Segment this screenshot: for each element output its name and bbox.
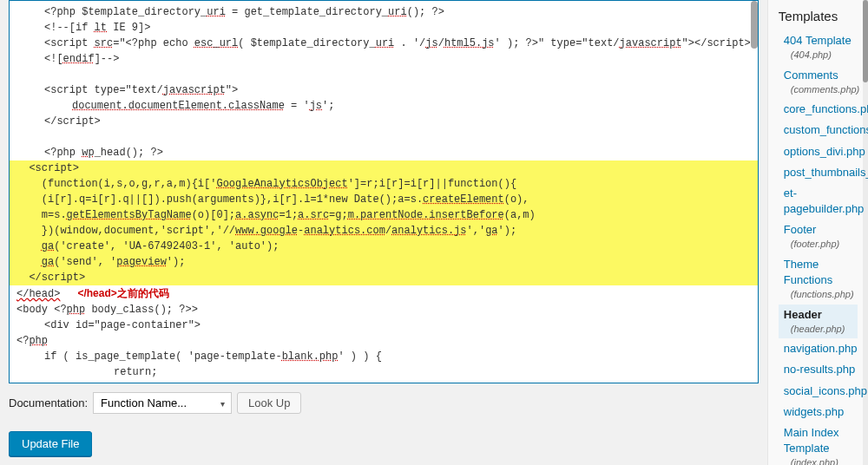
template-item[interactable]: Header(header.php)	[779, 305, 858, 339]
code-line: <div id="page-container">	[10, 318, 758, 333]
template-name: custom_functions.php	[784, 123, 868, 136]
editor-scrollbar-thumb[interactable]	[751, 1, 758, 49]
code-hl: ga('send', 'pageview');	[10, 254, 758, 270]
template-filename: (header.php)	[791, 323, 858, 336]
template-name: navigation.php	[784, 342, 858, 355]
code-line: </head></head>之前的代码	[10, 285, 758, 302]
code-line: <script src="<?php echo esc_url( $templa…	[10, 36, 758, 51]
code-hl: })(window,document,'script','//www.googl…	[10, 223, 758, 239]
code-editor[interactable]: <?php $template_directory_uri = get_temp…	[9, 0, 759, 383]
template-item[interactable]: post_thumbnails_divi.php	[779, 162, 858, 183]
template-item[interactable]: widgets.php	[779, 402, 858, 422]
template-list: 404 Template(404.php)Comments(comments.p…	[779, 30, 858, 465]
code-hl: </script>	[10, 270, 758, 285]
template-item[interactable]: options_divi.php	[779, 141, 858, 162]
function-select[interactable]: Function Name...	[93, 392, 232, 414]
main-panel: <?php $template_directory_uri = get_temp…	[0, 0, 767, 465]
code-hl: <script>	[10, 160, 758, 176]
template-name: Main Index Template	[784, 426, 839, 455]
code-line: <script type="text/javascript">	[10, 82, 758, 98]
sidebar-title: Templates	[779, 9, 858, 23]
annotation-text: </head>之前的代码	[77, 287, 168, 299]
template-item[interactable]: custom_functions.php	[779, 120, 858, 141]
code-hl: (i[r].q=i[r].q||[]).push(arguments)},i[r…	[10, 192, 758, 207]
code-line: }	[10, 380, 758, 383]
bottom-controls: Documentation: Function Name... Look Up	[9, 383, 759, 419]
code-line: if ( is_page_template( 'page-template-bl…	[10, 349, 758, 364]
template-filename: (index.php)	[791, 456, 858, 465]
template-name: social_icons.php	[784, 384, 867, 397]
template-name: Theme Functions	[784, 258, 832, 286]
doc-label: Documentation:	[9, 396, 88, 409]
template-item[interactable]: core_functions.php	[779, 99, 858, 120]
code-line: <![endif]-->	[10, 51, 758, 67]
template-item[interactable]: 404 Template(404.php)	[779, 30, 858, 65]
code-line: <!--[if lt IE 9]>	[10, 20, 758, 36]
code-line: document.documentElement.className = 'js…	[10, 98, 758, 114]
code-line: <?php $template_directory_uri = get_temp…	[10, 4, 758, 20]
code-line: </script>	[10, 114, 758, 129]
template-item[interactable]: Main Index Template(index.php)	[779, 422, 858, 465]
template-item[interactable]: Comments(comments.php)	[779, 65, 858, 100]
sidebar-scrollbar[interactable]	[863, 0, 868, 465]
sidebar-scrollbar-thumb[interactable]	[863, 0, 868, 82]
template-name: Header	[784, 308, 822, 321]
code-line: <body <?php body_class(); ?>>	[10, 302, 758, 318]
template-name: widgets.php	[784, 405, 844, 418]
template-name: core_functions.php	[784, 102, 868, 115]
template-name: Comments	[784, 69, 838, 82]
template-filename: (404.php)	[791, 49, 858, 62]
template-name: 404 Template	[784, 34, 852, 47]
code-line: <?php wp_head(); ?>	[10, 145, 758, 160]
code-blank	[10, 67, 758, 82]
code-hl: ga('create', 'UA-67492403-1', 'auto');	[10, 239, 758, 254]
template-item[interactable]: navigation.php	[779, 338, 858, 359]
code-hl: m=s.getElementsByTagName(o)[0];a.async=1…	[10, 207, 758, 223]
app-root: <?php $template_directory_uri = get_temp…	[0, 0, 868, 465]
template-item[interactable]: social_icons.php	[779, 381, 858, 402]
template-item[interactable]: no-results.php	[779, 359, 858, 380]
code-hl: (function(i,s,o,g,r,a,m){i['GoogleAnalyt…	[10, 176, 758, 192]
template-item[interactable]: et-pagebuilder.php	[779, 183, 858, 219]
code-line: return;	[10, 364, 758, 380]
template-name: no-results.php	[784, 363, 855, 376]
template-name: et-pagebuilder.php	[784, 187, 865, 215]
template-item[interactable]: Footer(footer.php)	[779, 219, 858, 254]
update-file-button[interactable]: Update File	[9, 431, 92, 456]
template-item[interactable]: Theme Functions(functions.php)	[779, 254, 858, 305]
template-filename: (footer.php)	[791, 238, 858, 251]
template-name: Footer	[784, 223, 817, 236]
code-blank	[10, 129, 758, 145]
template-name: post_thumbnails_divi.php	[784, 166, 868, 179]
template-filename: (functions.php)	[791, 288, 858, 301]
code-line: <?php	[10, 333, 758, 349]
templates-sidebar: Templates 404 Template(404.php)Comments(…	[767, 0, 868, 465]
template-name: options_divi.php	[784, 145, 865, 158]
template-filename: (comments.php)	[791, 83, 858, 96]
lookup-button[interactable]: Look Up	[237, 392, 301, 414]
